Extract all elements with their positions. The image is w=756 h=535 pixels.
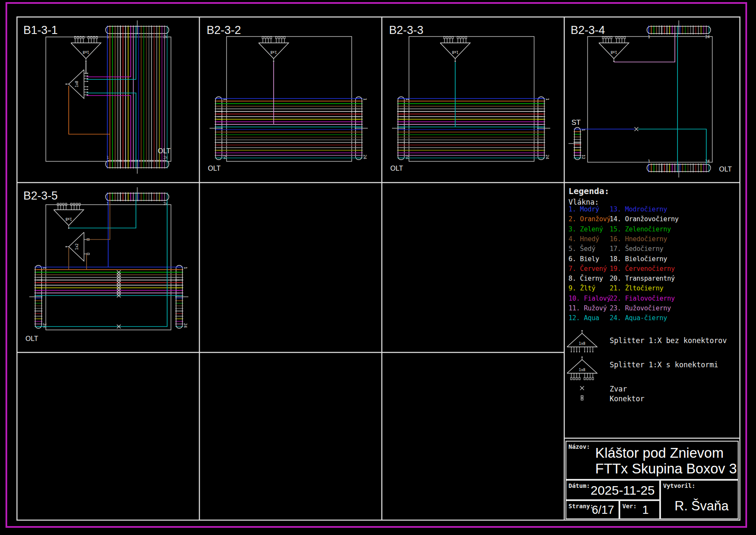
- panel-b2-3-3: 1241241x8B2-3-3OLT: [389, 24, 550, 172]
- splitter-icon: 1x8: [54, 203, 84, 229]
- legend-fiber-item: 22. Fialovočierny: [610, 295, 675, 302]
- panel-label: OLT: [390, 165, 403, 172]
- cable-number: 1: [363, 98, 367, 100]
- splitter-ratio-label: 1x8: [270, 50, 277, 54]
- fiber-end-dot: [592, 351, 594, 352]
- splitter-input-dot: [65, 83, 67, 84]
- splitter-icon: 1x8: [567, 330, 597, 352]
- legend-fiber-item: 6. Biely: [568, 255, 599, 263]
- titleblock-name-label: Názov:: [568, 443, 590, 450]
- connector-end-icon: [576, 377, 578, 380]
- drawing-title-line2: FTTx Skupina Boxov 3: [595, 461, 737, 476]
- wire: [87, 96, 131, 161]
- cable-number: 24: [42, 323, 47, 328]
- legend-fiber-item: 9. Žltý: [568, 284, 595, 292]
- panel-b2-3-5: 1241241241x81x2B2-3-5OLT: [23, 187, 188, 342]
- legend-subheading: Vlákna:: [568, 198, 599, 206]
- legend-fiber-item: 15. Zelenočierny: [610, 225, 671, 233]
- splitter-input-dot: [65, 246, 67, 247]
- legend-fiber-item: 20. Transparentný: [610, 275, 675, 282]
- panel-title: B2-3-3: [389, 24, 423, 37]
- splitter-ratio-label: 1x8: [610, 50, 617, 54]
- connector-end-icon: [571, 377, 572, 380]
- fiber-end-dot: [584, 351, 585, 352]
- panel-b2-3-4: 1241241x8112STB2-3-4OLT: [568, 20, 732, 177]
- legend-fiber-item: 24. Aqua-čierny: [610, 314, 667, 322]
- wire: [614, 34, 675, 62]
- legend-fiber-item: 1. Modrý: [568, 206, 599, 213]
- wire: [87, 200, 110, 239]
- connector-end-icon: [60, 203, 62, 206]
- titleblock-date-box: Dátum: 2025-11-25: [566, 480, 660, 500]
- connector-end-icon: [70, 203, 72, 206]
- cable-number: 1: [183, 267, 188, 269]
- legend-fiber-item: 21. Žltočierny: [610, 284, 663, 292]
- legend-fiber-list: 1. Modrý2. Oranžový3. Zelený4. Hnedý5. Š…: [568, 206, 738, 325]
- fiber-end-dot: [87, 94, 88, 96]
- titleblock-pages-box: Strany: 6/17: [566, 500, 619, 519]
- connector-end-icon: [76, 203, 78, 206]
- connector-end-icon: [584, 377, 585, 380]
- legend-fiber-item: 18. Bieločierny: [610, 255, 667, 263]
- titleblock-author-label: Vytvoril:: [663, 482, 695, 489]
- connector-end-icon: [65, 203, 67, 206]
- panel-label: OLT: [158, 147, 171, 155]
- legend-fiber-item: 4. Hnedý: [568, 235, 599, 243]
- fiber-cable: 112: [568, 127, 585, 160]
- splitter-ratio-label: 1x8: [579, 368, 585, 372]
- wire: [37, 200, 167, 327]
- titleblock-date-label: Dátum:: [568, 482, 590, 489]
- titleblock-date-value: 2025-11-25: [591, 483, 655, 498]
- fiber-end-dot: [87, 92, 88, 93]
- konektor-icon: [581, 396, 583, 400]
- cable-number: 12: [581, 155, 585, 159]
- splitter-input-dot: [85, 60, 87, 62]
- splitter-ratio-label: 1x8: [579, 341, 585, 346]
- legend-heading: Legenda:: [568, 186, 609, 196]
- connector-end-icon: [87, 253, 90, 255]
- legend-fiber-item: 17. Šedočierny: [610, 245, 663, 253]
- legend-fiber-item: 14. Oranžovočierny: [610, 215, 679, 223]
- splitter-input-dot: [68, 227, 69, 228]
- connector-end-icon: [592, 377, 594, 380]
- legend-splitter-conn-label: Splitter 1:X s konektormi: [610, 360, 718, 369]
- titleblock-name-box: Názov: Kláštor pod Znievom FTTx Skupina …: [566, 441, 739, 480]
- fiber-end-dot: [87, 78, 88, 79]
- panel-title: B1-3-1: [23, 24, 58, 37]
- cable-number: 1: [648, 35, 650, 39]
- legend-fiber-item: 19. Červenočierny: [610, 265, 675, 273]
- fiber-end-dot: [576, 351, 577, 352]
- cable-number: 1: [648, 159, 650, 163]
- fiber-end-dot: [87, 81, 88, 82]
- splitter-icon: 1x8: [259, 37, 289, 62]
- cable-number: 24: [545, 155, 549, 159]
- connector-end-icon: [579, 377, 580, 380]
- panel-title: B2-3-4: [571, 24, 605, 37]
- titleblock-author-value: R. Švaňa: [675, 498, 729, 514]
- fiber-end-dot: [87, 86, 88, 87]
- fiber-end-dot: [574, 351, 575, 352]
- panel-b2-3-2: 1241241x8B2-3-2OLT: [207, 24, 368, 172]
- box-outline: [588, 37, 712, 162]
- splitter-ratio-label: 1x8: [452, 50, 458, 54]
- splitter-ratio-label: 1x8: [75, 81, 79, 87]
- connector-end-icon: [589, 377, 591, 380]
- titleblock-author-box: Vytvoril: R. Švaňa: [660, 480, 739, 519]
- legend-fiber-item: 10. Fialový: [568, 295, 610, 302]
- fiber-end-dot: [571, 351, 572, 352]
- fiber-end-dot: [87, 73, 88, 74]
- splitter-ratio-label: 1x8: [65, 217, 72, 221]
- legend-fiber-item: 5. Šedý: [568, 245, 595, 253]
- cable-number: 24: [363, 155, 367, 159]
- panel-title: B2-3-2: [207, 24, 241, 37]
- legend-fiber-item: 13. Modročierny: [610, 206, 667, 213]
- connector-end-icon: [587, 377, 588, 380]
- legend-fiber-item: 11. Ružový: [568, 304, 607, 312]
- splitter-input-dot: [581, 330, 582, 331]
- titleblock-pages-value: 6/17: [592, 504, 614, 517]
- cable-number: 24: [705, 35, 710, 39]
- splitter-ratio-label: 1x2: [75, 243, 79, 250]
- fiber-end-dot: [587, 351, 588, 352]
- panel-legend-symbols: 1x81x8: [567, 330, 597, 400]
- legend-splitter-noconn-label: Splitter 1:X bez konektorov: [610, 336, 727, 345]
